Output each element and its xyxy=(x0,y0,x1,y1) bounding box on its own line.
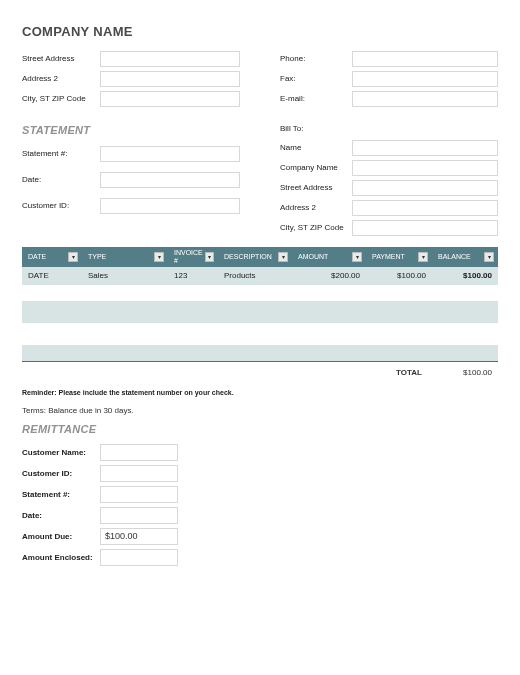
company-address-col: Street Address Address 2 City, ST ZIP Co… xyxy=(22,50,240,108)
cell-amount: $200.00 xyxy=(292,271,366,281)
billto-addr2-row: Address 2 xyxy=(280,199,498,217)
fax-input[interactable] xyxy=(352,71,498,87)
table-row: DATE Sales 123 Products $200.00 $100.00 … xyxy=(22,267,498,285)
remit-due-input[interactable]: $100.00 xyxy=(100,528,178,545)
billto-company-input[interactable] xyxy=(352,160,498,176)
cityzip-row: City, ST ZIP Code xyxy=(22,90,240,108)
remit-enclosed-label: Amount Enclosed: xyxy=(22,553,100,563)
phone-label: Phone: xyxy=(280,54,352,64)
statement-cust-input[interactable] xyxy=(100,198,240,214)
table-row xyxy=(22,301,498,323)
cell-desc: Products xyxy=(218,271,292,281)
remit-due-label: Amount Due: xyxy=(22,532,100,542)
remit-custid-label: Customer ID: xyxy=(22,469,100,479)
billto-title: Bill To: xyxy=(280,124,498,134)
col-invoice[interactable]: INVOICE #▾ xyxy=(168,249,218,266)
terms-text: Terms: Balance due in 30 days. xyxy=(22,406,498,416)
statement-date-input[interactable] xyxy=(100,172,240,188)
statement-table: DATE▾ TYPE▾ INVOICE #▾ DESCRIPTION▾ AMOU… xyxy=(22,247,498,383)
remit-custname-label: Customer Name: xyxy=(22,448,100,458)
addr2-label: Address 2 xyxy=(22,74,100,84)
billto-name-row: Name xyxy=(280,139,498,157)
remit-date-label: Date: xyxy=(22,511,100,521)
email-input[interactable] xyxy=(352,91,498,107)
chevron-down-icon[interactable]: ▾ xyxy=(352,252,362,262)
header-block: Street Address Address 2 City, ST ZIP Co… xyxy=(22,50,498,108)
street-input[interactable] xyxy=(100,51,240,67)
total-value: $100.00 xyxy=(432,368,498,378)
statement-block: STATEMENT Statement #: Date: Customer ID… xyxy=(22,116,498,238)
chevron-down-icon[interactable]: ▾ xyxy=(205,252,214,262)
chevron-down-icon[interactable]: ▾ xyxy=(68,252,78,262)
billto-street-row: Street Address xyxy=(280,179,498,197)
statement-title: STATEMENT xyxy=(22,124,240,137)
statement-num-label: Statement #: xyxy=(22,149,100,159)
remit-custid-row: Customer ID: xyxy=(22,463,498,483)
statement-cust-label: Customer ID: xyxy=(22,201,100,211)
billto-street-label: Street Address xyxy=(280,183,352,193)
statement-date-label: Date: xyxy=(22,175,100,185)
billto-addr2-label: Address 2 xyxy=(280,203,352,213)
billto-street-input[interactable] xyxy=(352,180,498,196)
total-label: TOTAL xyxy=(22,368,432,378)
col-balance[interactable]: BALANCE▾ xyxy=(432,252,498,262)
col-payment[interactable]: PAYMENT▾ xyxy=(366,252,432,262)
company-name: COMPANY NAME xyxy=(22,24,498,40)
billto-company-row: Company Name xyxy=(280,159,498,177)
remittance-block: Customer Name: Customer ID: Statement #:… xyxy=(22,442,498,567)
remit-custname-input[interactable] xyxy=(100,444,178,461)
col-type[interactable]: TYPE▾ xyxy=(82,252,168,262)
remit-date-input[interactable] xyxy=(100,507,178,524)
total-row: TOTAL $100.00 xyxy=(22,361,498,383)
col-date[interactable]: DATE▾ xyxy=(22,252,82,262)
addr2-input[interactable] xyxy=(100,71,240,87)
remit-enclosed-row: Amount Enclosed: xyxy=(22,547,498,567)
email-row: E-mail: xyxy=(280,90,498,108)
remittance-title: REMITTANCE xyxy=(22,423,498,436)
statement-cust-row: Customer ID: xyxy=(22,197,240,215)
cityzip-label: City, ST ZIP Code xyxy=(22,94,100,104)
billto-addr2-input[interactable] xyxy=(352,200,498,216)
billto-name-input[interactable] xyxy=(352,140,498,156)
email-label: E-mail: xyxy=(280,94,352,104)
billto-company-label: Company Name xyxy=(280,163,352,173)
cell-type: Sales xyxy=(82,271,168,281)
remit-stmt-row: Statement #: xyxy=(22,484,498,504)
table-row xyxy=(22,323,498,345)
billto-name-label: Name xyxy=(280,143,352,153)
chevron-down-icon[interactable]: ▾ xyxy=(154,252,164,262)
table-row xyxy=(22,345,498,361)
reminder-text: Reminder: Please include the statement n… xyxy=(22,389,498,397)
remit-enclosed-input[interactable] xyxy=(100,549,178,566)
contact-col: Phone: Fax: E-mail: xyxy=(280,50,498,108)
statement-date-row: Date: xyxy=(22,171,240,189)
table-row xyxy=(22,285,498,301)
street-row: Street Address xyxy=(22,50,240,68)
col-amount[interactable]: AMOUNT▾ xyxy=(292,252,366,262)
remit-due-row: Amount Due: $100.00 xyxy=(22,526,498,546)
table-header: DATE▾ TYPE▾ INVOICE #▾ DESCRIPTION▾ AMOU… xyxy=(22,247,498,267)
chevron-down-icon[interactable]: ▾ xyxy=(278,252,288,262)
remit-stmt-label: Statement #: xyxy=(22,490,100,500)
cell-invoice: 123 xyxy=(168,271,218,281)
street-label: Street Address xyxy=(22,54,100,64)
cell-payment: $100.00 xyxy=(366,271,432,281)
chevron-down-icon[interactable]: ▾ xyxy=(418,252,428,262)
billto-col: Bill To: Name Company Name Street Addres… xyxy=(280,116,498,238)
statement-col: STATEMENT Statement #: Date: Customer ID… xyxy=(22,116,240,238)
statement-num-input[interactable] xyxy=(100,146,240,162)
remit-custname-row: Customer Name: xyxy=(22,442,498,462)
billto-cityzip-row: City, ST ZIP Code xyxy=(280,219,498,237)
chevron-down-icon[interactable]: ▾ xyxy=(484,252,494,262)
billto-cityzip-input[interactable] xyxy=(352,220,498,236)
billto-cityzip-label: City, ST ZIP Code xyxy=(280,223,352,233)
statement-num-row: Statement #: xyxy=(22,145,240,163)
remit-custid-input[interactable] xyxy=(100,465,178,482)
col-description[interactable]: DESCRIPTION▾ xyxy=(218,252,292,262)
cityzip-input[interactable] xyxy=(100,91,240,107)
phone-input[interactable] xyxy=(352,51,498,67)
phone-row: Phone: xyxy=(280,50,498,68)
remit-stmt-input[interactable] xyxy=(100,486,178,503)
cell-date: DATE xyxy=(22,271,82,281)
cell-balance: $100.00 xyxy=(432,271,498,281)
